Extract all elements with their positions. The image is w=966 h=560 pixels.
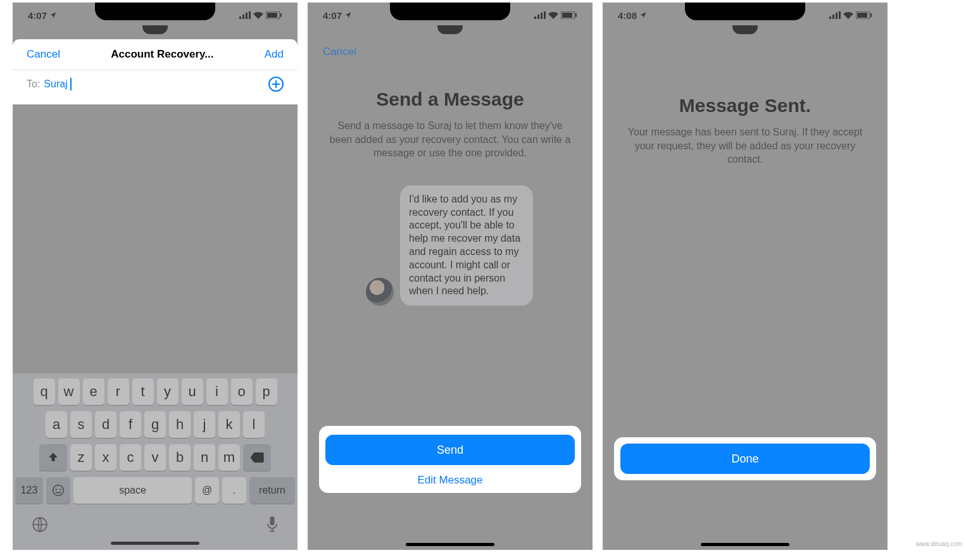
at-key[interactable]: @	[195, 477, 219, 504]
backspace-key[interactable]	[243, 444, 271, 471]
wifi-icon	[253, 11, 263, 19]
key-u[interactable]: u	[182, 378, 203, 405]
key-q[interactable]: q	[34, 378, 55, 405]
cancel-button[interactable]: Cancel	[323, 46, 356, 58]
key-y[interactable]: y	[157, 378, 179, 405]
wifi-icon	[548, 11, 558, 19]
send-button[interactable]: Send	[325, 435, 575, 465]
sheet-handle	[732, 25, 758, 34]
svg-rect-11	[270, 516, 274, 525]
home-indicator	[701, 543, 789, 546]
status-time: 4:08	[618, 10, 637, 21]
page-title: Message Sent.	[618, 95, 872, 116]
key-v[interactable]: v	[144, 444, 166, 471]
signal-icon	[829, 11, 841, 19]
key-l[interactable]: l	[243, 411, 265, 438]
key-s[interactable]: s	[70, 411, 92, 438]
svg-rect-2	[246, 13, 248, 19]
key-w[interactable]: w	[58, 378, 80, 405]
svg-point-8	[56, 488, 57, 490]
done-button[interactable]: Done	[620, 444, 870, 474]
to-field[interactable]: To: Suraj	[13, 70, 298, 99]
message-preview: I'd like to add you as my recovery conta…	[323, 185, 577, 306]
cancel-button[interactable]: Cancel	[27, 48, 60, 61]
action-buttons: Send Edit Message	[319, 426, 581, 493]
kb-row-4: 123 space @ . return	[15, 477, 295, 504]
shift-key[interactable]	[39, 444, 67, 471]
signal-icon	[534, 11, 546, 19]
svg-rect-20	[832, 15, 834, 19]
signal-icon	[239, 11, 251, 19]
wifi-icon	[843, 11, 853, 19]
svg-rect-25	[870, 13, 872, 17]
key-c[interactable]: c	[120, 444, 141, 471]
svg-rect-22	[839, 11, 841, 19]
phone-screenshot-2: 4:07 Cancel Send a Message Send a messag…	[308, 3, 593, 550]
status-time: 4:07	[323, 10, 342, 21]
message-bubble: I'd like to add you as my recovery conta…	[400, 185, 533, 306]
key-b[interactable]: b	[169, 444, 191, 471]
battery-icon	[856, 11, 872, 19]
notch	[95, 3, 215, 20]
battery-icon	[266, 11, 282, 19]
svg-point-7	[53, 485, 64, 496]
action-buttons: Done	[614, 437, 876, 480]
return-key[interactable]: return	[249, 477, 295, 504]
key-z[interactable]: z	[70, 444, 92, 471]
location-icon	[639, 11, 647, 19]
avatar	[366, 278, 394, 306]
battery-icon	[561, 11, 577, 19]
svg-point-9	[60, 488, 61, 490]
numbers-key[interactable]: 123	[15, 477, 43, 504]
notch	[685, 3, 805, 20]
key-d[interactable]: d	[95, 411, 116, 438]
svg-rect-5	[267, 13, 277, 18]
key-i[interactable]: i	[206, 378, 228, 405]
key-m[interactable]: m	[218, 444, 240, 471]
svg-rect-18	[575, 13, 577, 17]
dot-key[interactable]: .	[222, 477, 246, 504]
text-cursor	[70, 78, 72, 90]
key-j[interactable]: j	[194, 411, 215, 438]
key-h[interactable]: h	[169, 411, 191, 438]
key-t[interactable]: t	[132, 378, 154, 405]
notch	[390, 3, 510, 20]
svg-rect-13	[537, 15, 539, 19]
svg-rect-14	[541, 13, 543, 19]
to-value: Suraj	[44, 78, 67, 90]
keyboard[interactable]: qwertyuiop asdfghjkl zxcvbnm 123 space @…	[13, 373, 298, 550]
edit-message-button[interactable]: Edit Message	[325, 474, 575, 487]
sheet-handle	[142, 25, 168, 34]
page-subtitle: Send a message to Suraj to let them know…	[323, 119, 577, 160]
key-o[interactable]: o	[231, 378, 253, 405]
phone-screenshot-3: 4:08 Message Sent. Your message has been…	[603, 3, 888, 550]
key-e[interactable]: e	[83, 378, 104, 405]
key-p[interactable]: p	[256, 378, 277, 405]
location-icon	[49, 11, 57, 19]
svg-rect-21	[836, 13, 837, 19]
emoji-key[interactable]	[46, 477, 70, 504]
key-a[interactable]: a	[46, 411, 67, 438]
globe-icon[interactable]	[32, 516, 48, 535]
key-f[interactable]: f	[120, 411, 141, 438]
sheet-title: Account Recovery...	[111, 48, 213, 61]
key-n[interactable]: n	[194, 444, 215, 471]
svg-rect-6	[280, 13, 282, 17]
kb-row-2: asdfghjkl	[15, 411, 295, 438]
home-indicator	[406, 543, 494, 546]
svg-rect-3	[249, 11, 251, 19]
key-x[interactable]: x	[95, 444, 116, 471]
sheet-handle	[437, 25, 463, 34]
mic-icon[interactable]	[266, 516, 279, 535]
home-indicator	[111, 542, 199, 545]
add-contact-icon[interactable]	[268, 77, 284, 92]
key-g[interactable]: g	[144, 411, 166, 438]
svg-rect-19	[829, 16, 831, 19]
watermark: www.deuaq.com	[916, 540, 962, 547]
add-button[interactable]: Add	[265, 48, 284, 61]
space-key[interactable]: space	[73, 477, 192, 504]
svg-rect-12	[534, 16, 536, 19]
key-k[interactable]: k	[218, 411, 240, 438]
page-subtitle: Your message has been sent to Suraj. If …	[618, 125, 872, 166]
key-r[interactable]: r	[108, 378, 129, 405]
